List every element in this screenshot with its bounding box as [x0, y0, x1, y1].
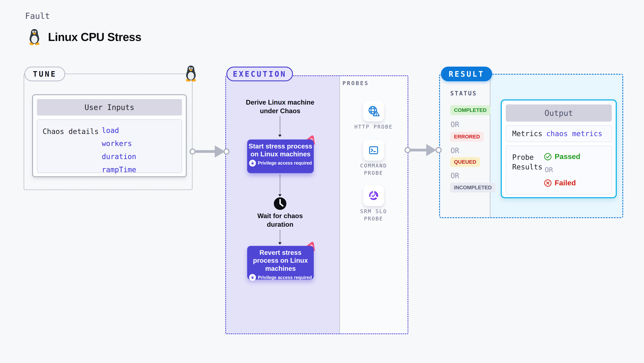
command-probe-label: COMMAND PROBE — [350, 162, 397, 176]
dotted-arrowhead — [278, 242, 282, 245]
tune-badge: TUNE — [24, 66, 65, 81]
probe-results-label: Probe Results — [506, 152, 539, 172]
or-separator: OR — [450, 172, 459, 180]
metrics-row: Metrics chaos metrics — [506, 125, 612, 142]
privilege-note: Privilege access required — [258, 160, 312, 166]
slo-pie-check-icon — [367, 189, 380, 202]
fault-kicker: Fault — [25, 11, 50, 21]
http-probe-card[interactable] — [363, 101, 384, 122]
lock-icon — [249, 274, 256, 281]
status-badge-incompleted: INCOMPLETED — [450, 183, 496, 192]
metrics-label: Metrics — [506, 129, 546, 138]
dotted-connector — [280, 116, 280, 134]
http-probe-label: HTTP PROBE — [350, 123, 397, 130]
result-badge: RESULT — [441, 66, 492, 81]
wait-clock-icon — [274, 197, 287, 211]
chaos-details-row: Chaos details load workers duration ramp… — [37, 120, 182, 173]
page-title: Linux CPU Stress — [48, 30, 141, 44]
arrow-tune-to-execution — [188, 143, 230, 160]
derive-machine-text: Derive Linux machine under Chaos — [236, 98, 324, 115]
execution-probes-divider — [339, 76, 340, 334]
failed-x-icon — [544, 179, 552, 187]
input-link-rampTime[interactable]: rampTime — [102, 166, 136, 174]
dotted-arrowhead — [278, 194, 282, 197]
dotted-connector — [280, 174, 280, 194]
passed-label: Passed — [555, 152, 580, 161]
revert-stress-label: Revert stress process on Linux machines — [247, 249, 314, 272]
dotted-arrowhead — [278, 135, 282, 137]
output-card: Output Metrics chaos metrics Probe Resul… — [501, 100, 617, 198]
tux-corner-icon — [184, 65, 198, 82]
or-separator: OR — [450, 120, 459, 128]
input-link-duration[interactable]: duration — [102, 152, 136, 161]
input-link-load[interactable]: load — [102, 126, 136, 134]
start-stress-label: Start stress process on Linux machines — [247, 142, 314, 158]
status-badge-queued: QUEUED — [450, 157, 480, 167]
lock-icon — [249, 160, 256, 166]
wait-duration-text: Wait for chaos duration — [253, 212, 307, 229]
output-header: Output — [506, 104, 612, 122]
passed-check-icon — [544, 152, 552, 161]
srm-slo-probe-card[interactable] — [363, 185, 384, 206]
probes-section-label: PROBES — [342, 80, 369, 86]
globe-alert-icon — [367, 104, 380, 118]
status-badge-completed: COMPLETED — [450, 105, 490, 115]
status-output-divider — [490, 75, 490, 217]
terminal-icon — [367, 144, 380, 157]
privilege-note: Privilege access required — [258, 275, 312, 280]
chaos-metrics-link[interactable]: chaos metrics — [546, 130, 602, 138]
chaos-details-label: Chaos details — [42, 126, 102, 172]
probe-results-row: Probe Results Passed OR Failed — [506, 146, 612, 195]
or-separator: OR — [545, 166, 580, 174]
start-stress-step[interactable]: Start stress process on Linux machines P… — [247, 140, 314, 173]
tux-linux-icon — [27, 29, 42, 46]
user-inputs-card: User Inputs Chaos details load workers d… — [32, 94, 186, 177]
user-inputs-header: User Inputs — [37, 99, 182, 116]
dotted-connector — [280, 230, 280, 242]
or-separator: OR — [450, 146, 459, 155]
status-badge-errored: ERRORED — [450, 132, 484, 142]
revert-stress-step[interactable]: Revert stress process on Linux machines … — [247, 246, 314, 280]
srm-slo-probe-label: SRM SLO PROBE — [350, 208, 397, 222]
execution-badge: EXECUTION — [226, 66, 293, 81]
input-link-workers[interactable]: workers — [102, 139, 136, 148]
status-label: STATUS — [450, 90, 477, 97]
failed-label: Failed — [555, 179, 576, 187]
arrow-execution-to-result — [403, 142, 443, 158]
command-probe-card[interactable] — [363, 140, 384, 161]
